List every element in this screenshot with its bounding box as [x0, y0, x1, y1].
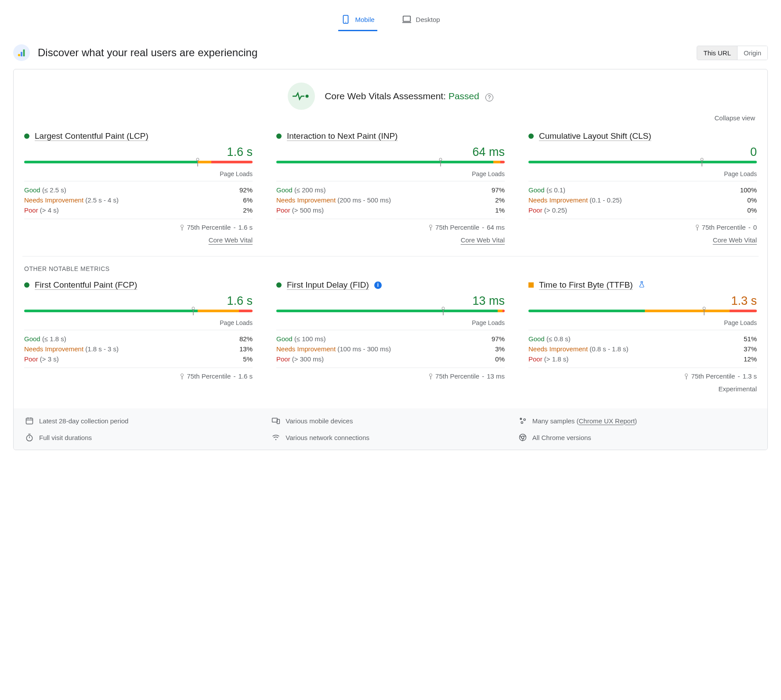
header-icon — [13, 44, 30, 61]
percentile-row: 75th Percentile-13 ms — [276, 368, 505, 380]
metric-fid: First Input Delay (FID) i 13 ms Page Loa… — [276, 280, 505, 393]
footer-network: Various network connections — [271, 433, 509, 442]
marker-icon — [180, 224, 184, 231]
metric-title[interactable]: Time to First Byte (TTFB) — [539, 280, 633, 290]
percentile-marker — [196, 158, 200, 166]
page-loads-label: Page Loads — [528, 319, 757, 330]
metric-cls: Cumulative Layout Shift (CLS) 0 Page Loa… — [528, 131, 757, 244]
percentile-marker — [441, 307, 445, 315]
percentile-row: 75th Percentile-1.6 s — [24, 219, 253, 231]
info-icon[interactable]: i — [374, 281, 382, 289]
svg-point-18 — [696, 225, 698, 227]
status-dot — [528, 282, 534, 288]
metric-fcp: First Contentful Paint (FCP) 1.6 s Page … — [24, 280, 253, 393]
page-loads-label: Page Loads — [276, 319, 505, 330]
other-metrics-label: OTHER NOTABLE METRICS — [24, 265, 759, 272]
marker-icon — [684, 373, 688, 379]
svg-point-44 — [275, 439, 277, 440]
field-data-panel: Core Web Vitals Assessment: Passed ? Col… — [13, 69, 768, 450]
svg-rect-6 — [23, 50, 25, 57]
svg-point-12 — [439, 158, 442, 161]
core-metrics: Largest Contentful Paint (LCP) 1.6 s Pag… — [22, 131, 759, 256]
svg-point-30 — [685, 374, 688, 376]
status-dot — [24, 134, 29, 139]
marker-icon — [180, 373, 184, 379]
scope-toggle: This URL Origin — [697, 46, 768, 60]
core-web-vital-link[interactable]: Core Web Vital — [209, 236, 253, 244]
help-icon[interactable]: ? — [485, 94, 493, 101]
percentile-row: 75th Percentile-1.6 s — [24, 368, 253, 380]
toggle-origin[interactable]: Origin — [738, 46, 767, 60]
percentile-row: 75th Percentile-0 — [528, 219, 757, 231]
svg-point-39 — [524, 419, 525, 420]
tab-desktop[interactable]: Desktop — [399, 9, 443, 31]
tab-mobile-label: Mobile — [355, 16, 374, 23]
page-loads-label: Page Loads — [24, 170, 253, 181]
distribution-bar — [276, 161, 505, 168]
marker-icon — [429, 373, 433, 379]
svg-point-20 — [192, 307, 195, 310]
svg-point-38 — [520, 418, 522, 420]
svg-point-8 — [196, 158, 199, 161]
assessment-row: Core Web Vitals Assessment: Passed ? — [22, 83, 759, 110]
other-metrics: First Contentful Paint (FCP) 1.6 s Page … — [22, 280, 759, 393]
svg-point-14 — [430, 225, 432, 227]
tab-desktop-label: Desktop — [416, 16, 440, 23]
page-loads-label: Page Loads — [24, 319, 253, 330]
page-title: Discover what your real users are experi… — [38, 47, 257, 59]
page-loads-label: Page Loads — [276, 170, 505, 181]
status-dot — [528, 134, 534, 139]
percentile-marker — [439, 158, 443, 166]
metric-title[interactable]: First Input Delay (FID) — [287, 280, 369, 290]
assessment-status: Passed — [448, 91, 479, 101]
core-web-vital-link[interactable]: Core Web Vital — [461, 236, 505, 244]
svg-rect-2 — [403, 16, 410, 22]
crux-report-link[interactable]: Chrome UX Report — [579, 417, 635, 425]
distribution-bar — [528, 161, 757, 168]
calendar-icon — [25, 416, 34, 425]
footer-chrome: All Chrome versions — [518, 433, 756, 442]
marker-icon — [695, 224, 699, 231]
footer-period: Latest 28-day collection period — [25, 416, 263, 425]
percentile-marker — [700, 158, 704, 166]
svg-point-26 — [430, 374, 432, 376]
metric-title[interactable]: First Contentful Paint (FCP) — [35, 280, 137, 290]
footer-durations: Full visit durations — [25, 433, 263, 442]
distribution-bar — [276, 310, 505, 317]
percentile-row: 75th Percentile-1.3 s — [528, 368, 757, 380]
svg-point-7 — [306, 95, 309, 98]
wifi-icon — [271, 433, 280, 442]
svg-point-10 — [181, 225, 184, 227]
flask-icon[interactable] — [638, 281, 645, 289]
distribution-bar — [24, 310, 253, 317]
metric-lcp: Largest Contentful Paint (LCP) 1.6 s Pag… — [24, 131, 253, 244]
footer: Latest 28-day collection period Various … — [14, 408, 767, 450]
samples-icon — [518, 416, 527, 425]
svg-point-4 — [18, 54, 21, 57]
header: Discover what your real users are experi… — [13, 44, 768, 61]
distribution-bar — [528, 310, 757, 317]
core-web-vital-link[interactable]: Core Web Vital — [713, 236, 757, 244]
svg-point-16 — [701, 158, 703, 161]
status-dot — [276, 282, 282, 288]
metric-title[interactable]: Cumulative Layout Shift (CLS) — [539, 131, 651, 141]
percentile-marker — [702, 307, 706, 315]
tab-mobile[interactable]: Mobile — [338, 9, 377, 31]
metric-title[interactable]: Interaction to Next Paint (INP) — [287, 131, 398, 141]
footer-devices: Various mobile devices — [271, 416, 509, 425]
svg-point-1 — [345, 22, 346, 23]
metric-inp: Interaction to Next Paint (INP) 64 ms Pa… — [276, 131, 505, 244]
collapse-view[interactable]: Collapse view — [22, 114, 759, 122]
svg-point-24 — [442, 307, 445, 310]
toggle-this-url[interactable]: This URL — [697, 46, 738, 60]
metric-ttfb: Time to First Byte (TTFB) 1.3 s Page Loa… — [528, 280, 757, 393]
metric-title[interactable]: Largest Contentful Paint (LCP) — [35, 131, 148, 141]
pulse-icon — [288, 83, 315, 110]
metric-value: 64 ms — [276, 145, 505, 159]
svg-rect-36 — [272, 418, 278, 422]
percentile-row: 75th Percentile-64 ms — [276, 219, 505, 231]
metric-value: 1.6 s — [24, 294, 253, 308]
distribution-bar — [24, 161, 253, 168]
marker-icon — [429, 224, 433, 231]
mobile-icon — [341, 13, 351, 25]
